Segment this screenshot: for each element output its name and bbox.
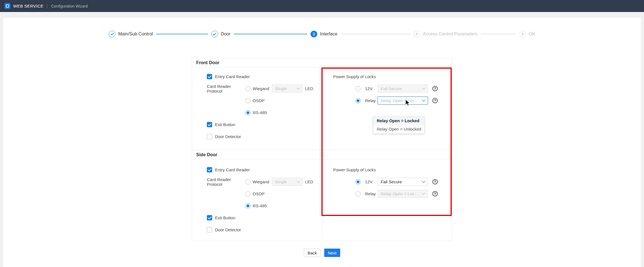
chevron-down-icon (297, 86, 300, 90)
door-detector-checkbox[interactable] (207, 134, 212, 139)
stepper-line (234, 34, 307, 34)
door-detector-checkbox[interactable] (207, 227, 212, 232)
entry-card-reader-label: Entry Card Reader (215, 167, 250, 172)
relay-mode-select[interactable]: Relay Open = Locked (378, 97, 428, 105)
rs485-label: RS-485 (253, 203, 267, 208)
top-bar: WEB SERVICE | Configuration Wizard (0, 0, 644, 12)
twelve-v-radio[interactable] (356, 179, 361, 184)
twelve-v-mode-select: Fail Secure (378, 85, 428, 93)
relay-radio[interactable] (356, 191, 361, 196)
chevron-down-icon (422, 86, 425, 90)
led-label: LED (305, 179, 313, 184)
next-button[interactable]: Next (324, 249, 340, 257)
step-label: Main/Sub Control (118, 32, 153, 37)
help-icon[interactable]: ? (432, 98, 438, 103)
exit-button-row: Exit Button (192, 119, 322, 131)
help-icon[interactable]: ? (432, 179, 438, 184)
twelve-v-mode-select[interactable]: Fail Secure (378, 178, 428, 186)
step-interface: 3 Interface (311, 31, 337, 37)
step-main-sub-control: Main/Sub Control (109, 31, 153, 37)
step-ok: 5 OK (519, 31, 535, 37)
wizard-footer: Back Next (3, 249, 641, 257)
rs485-radio[interactable] (245, 203, 250, 208)
exit-button-checkbox[interactable] (207, 122, 212, 127)
entry-card-reader-label: Entry Card Reader (215, 74, 250, 79)
osdp-row: OSDP (192, 95, 322, 107)
step-access-control-parameters: 4 Access Control Parameters (413, 31, 477, 37)
step-number-badge: 4 (413, 31, 420, 37)
step-label: Access Control Parameters (423, 32, 477, 37)
power-supply-row: Power Supply of Locks (323, 164, 452, 176)
osdp-label: OSDP (253, 98, 265, 103)
main-panel: Main/Sub Control Door 3 Interface 4 Acce… (3, 18, 641, 267)
step-label: Interface (320, 32, 337, 37)
entry-card-reader-checkbox[interactable] (207, 74, 212, 79)
relay-radio[interactable] (356, 98, 361, 103)
twelve-v-label: 12V (365, 86, 378, 91)
wiegand-radio[interactable] (245, 179, 250, 184)
wiegand-radio[interactable] (245, 86, 250, 91)
door-detector-label: Door Detector (215, 134, 241, 139)
wiegand-label: Wiegand (253, 179, 269, 184)
step-label: Door (221, 32, 231, 37)
exit-button-label: Exit Button (215, 122, 235, 127)
help-icon[interactable]: ? (432, 86, 438, 91)
osdp-row: OSDP (192, 188, 322, 200)
chevron-down-icon (422, 98, 425, 102)
dropdown-option-relay-open-unlocked[interactable]: Relay Open = Unlocked (373, 125, 424, 133)
rs485-label: RS-485 (253, 110, 267, 115)
card-reader-protocol-row: Card Reader Protocol Wiegand Single LED (192, 176, 322, 188)
stepper-line (156, 34, 208, 34)
twelve-v-row: 12V Fail Secure ? (323, 83, 452, 95)
card-reader-protocol-label: Card Reader Protocol (207, 177, 245, 187)
help-icon[interactable]: ? (432, 191, 438, 196)
exit-button-checkbox[interactable] (207, 215, 212, 220)
card-reader-protocol-label: Card Reader Protocol (207, 84, 245, 93)
relay-row: Relay Relay Open = Locked ? (323, 95, 452, 107)
power-supply-row: Power Supply of Locks (323, 71, 452, 83)
interface-form: Front Door Entry Card Reader Card Reader… (192, 58, 452, 241)
front-door-section: Front Door Entry Card Reader Card Reader… (192, 58, 452, 150)
door-detector-row: Door Detector (192, 224, 322, 236)
dropdown-option-relay-open-locked[interactable]: Relay Open = Locked (373, 117, 424, 125)
chevron-down-icon (297, 179, 300, 183)
app-logo-icon (4, 3, 10, 9)
relay-mode-select: Relay Open = Locked (378, 190, 428, 198)
relay-mode-dropdown-menu: Relay Open = Locked Relay Open = Unlocke… (373, 116, 424, 134)
wiegand-label: Wiegand (253, 86, 269, 91)
entry-card-reader-row: Entry Card Reader (192, 71, 322, 83)
power-supply-label: Power Supply of Locks (333, 167, 376, 172)
osdp-radio[interactable] (245, 191, 250, 196)
rs485-row: RS-485 (192, 200, 322, 212)
entry-card-reader-row: Entry Card Reader (192, 164, 322, 176)
relay-label: Relay (365, 98, 378, 103)
door-detector-row: Door Detector (192, 131, 322, 143)
back-button[interactable]: Back (304, 249, 320, 257)
step-done-check-icon (109, 31, 115, 37)
relay-label: Relay (365, 191, 378, 196)
rs485-radio[interactable] (245, 110, 250, 115)
twelve-v-radio[interactable] (356, 86, 361, 91)
chevron-down-icon (422, 191, 425, 195)
stepper-line (481, 34, 516, 34)
twelve-v-row: 12V Fail Secure ? (323, 176, 452, 188)
osdp-radio[interactable] (245, 98, 250, 103)
brand-name: WEB SERVICE (13, 4, 43, 8)
step-label: OK (529, 32, 535, 37)
entry-card-reader-checkbox[interactable] (207, 167, 212, 172)
step-done-check-icon (211, 31, 218, 37)
door-detector-label: Door Detector (215, 227, 241, 232)
wiegand-mode-select: Single (272, 178, 303, 186)
step-number-badge: 5 (519, 31, 526, 37)
led-label: LED (305, 86, 313, 91)
side-door-section: Side Door Entry Card Reader Card Reader … (192, 150, 452, 241)
relay-row: Relay Relay Open = Locked ? (323, 188, 452, 200)
wiegand-mode-select: Single (272, 85, 303, 93)
power-supply-label: Power Supply of Locks (333, 74, 376, 79)
chevron-down-icon (422, 179, 425, 183)
twelve-v-label: 12V (365, 179, 378, 184)
osdp-label: OSDP (253, 191, 265, 196)
card-reader-protocol-row: Card Reader Protocol Wiegand Single LED (192, 83, 322, 95)
topbar-divider: | (47, 4, 48, 8)
exit-button-label: Exit Button (215, 215, 235, 220)
